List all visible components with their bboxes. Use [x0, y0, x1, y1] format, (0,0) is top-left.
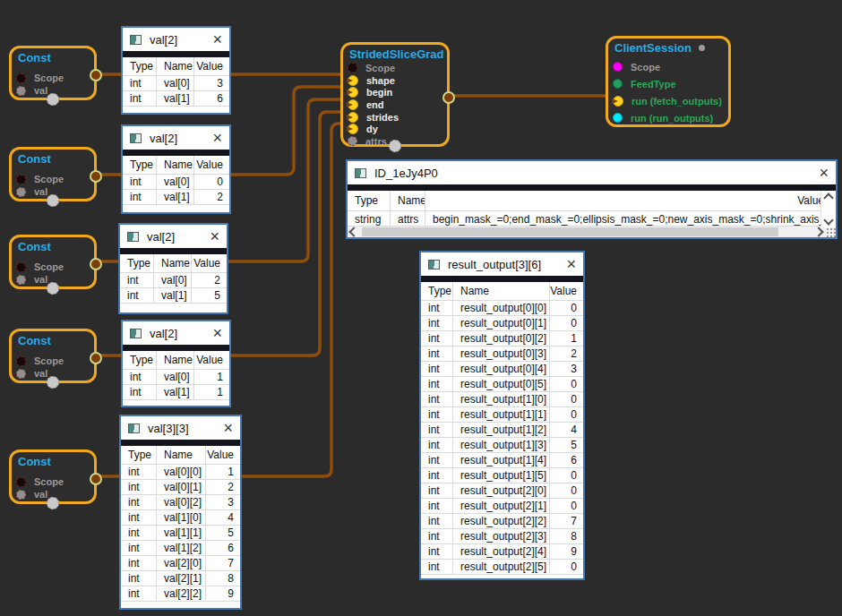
node-const-1[interactable]: Const Scopeval [9, 46, 97, 100]
panel-title: result_output[3][6] [448, 258, 541, 271]
col-value: Value [194, 57, 229, 76]
node-const-2[interactable]: Const Scopeval [9, 147, 97, 201]
close-icon[interactable]: × [566, 256, 576, 272]
port-icon[interactable] [16, 262, 26, 272]
panel-titlebar[interactable]: val[2] × [123, 126, 229, 150]
node-const-5[interactable]: Const Scopeval [9, 449, 97, 504]
port-icon[interactable] [613, 113, 623, 123]
table-row: int result_output[0][3] 2 [421, 346, 583, 362]
port-row[interactable]: Scope [12, 173, 94, 185]
port-icon[interactable] [613, 62, 623, 72]
scroll-down-icon[interactable] [823, 215, 833, 225]
bottom-port[interactable] [47, 282, 59, 295]
scroll-right-button[interactable] [812, 227, 825, 237]
cell-name: result_output[1][5] [453, 468, 550, 483]
panel-titlebar[interactable]: val[2] × [123, 28, 229, 51]
output-port[interactable] [90, 473, 102, 485]
close-icon[interactable]: × [212, 130, 222, 146]
cell-name: val[1][0] [157, 510, 206, 526]
port-icon[interactable] [16, 356, 26, 366]
horizontal-scrollbar[interactable] [348, 226, 836, 237]
port-icon[interactable] [613, 79, 623, 89]
col-name: Name [157, 57, 194, 76]
bottom-port[interactable] [47, 194, 59, 207]
cell-value: 5 [206, 526, 240, 541]
output-port[interactable] [442, 91, 455, 104]
node-stridedslicegrad[interactable]: StridedSliceGrad Scopeshapebeginendstrid… [340, 42, 450, 147]
cell-type: int [421, 407, 453, 423]
panel-titlebar[interactable]: val[3][3] × [121, 416, 240, 440]
port-icon[interactable] [16, 490, 26, 500]
port-icon[interactable] [348, 124, 358, 134]
port-icon[interactable] [16, 86, 26, 96]
output-port[interactable] [90, 352, 102, 364]
bottom-port[interactable] [47, 497, 59, 509]
panel-titlebar[interactable]: result_output[3][6] × [421, 252, 583, 276]
port-icon[interactable] [613, 96, 623, 107]
title-separator [348, 184, 836, 191]
close-icon[interactable]: × [212, 325, 222, 341]
port-icon[interactable] [348, 112, 358, 123]
close-icon[interactable]: × [210, 228, 219, 244]
panel-title: val[2] [150, 327, 177, 340]
scrollbar-track[interactable] [360, 227, 812, 237]
bottom-port[interactable] [389, 140, 401, 152]
scrollbar-thumb[interactable] [362, 227, 778, 236]
port-icon[interactable] [16, 275, 26, 285]
panel-titlebar[interactable]: val[2] × [123, 321, 229, 345]
port-row[interactable]: Scope [12, 475, 94, 488]
port-row[interactable]: end [343, 98, 447, 111]
port-icon[interactable] [348, 87, 358, 98]
panel-titlebar[interactable]: ID_1eJy4P0 × [348, 161, 836, 184]
table-row: int val[1][1] 5 [121, 526, 240, 541]
cell-type: int [121, 571, 157, 586]
cell-name: val[1] [154, 288, 192, 304]
port-row[interactable]: strides [343, 111, 447, 124]
table-row: int result_output[1][5] 0 [421, 468, 583, 483]
cell-value: 7 [550, 514, 583, 529]
port-icon[interactable] [16, 73, 26, 83]
node-graph-canvas[interactable]: Const Scopeval Const Scopeval Const Scop… [0, 0, 842, 616]
port-row[interactable]: FeedType [608, 75, 728, 92]
port-icon[interactable] [16, 369, 26, 379]
port-row[interactable]: Scope [12, 261, 94, 273]
bottom-port[interactable] [47, 93, 59, 106]
output-port[interactable] [90, 69, 102, 81]
port-row[interactable]: run (run_outputs) [608, 109, 728, 126]
scroll-left-button[interactable] [348, 227, 360, 237]
port-icon[interactable] [16, 477, 26, 487]
close-icon[interactable]: × [223, 420, 233, 436]
port-icon[interactable] [348, 99, 358, 110]
port-icon[interactable] [348, 63, 357, 73]
port-row[interactable]: Scope [12, 72, 94, 84]
port-icon[interactable] [348, 136, 357, 146]
table-row: int val[1] 2 [123, 190, 229, 205]
vertical-scroll-arrows[interactable] [821, 191, 836, 227]
port-row[interactable]: Scope [343, 62, 447, 74]
panel-val2-4: val[2] × Type Name Value int val[0] 1 in… [121, 320, 231, 407]
port-row[interactable]: run (fetch_outputs) [608, 92, 728, 109]
resize-grip-icon[interactable] [825, 227, 836, 237]
output-port[interactable] [90, 258, 102, 270]
node-const-4[interactable]: Const Scopeval [9, 329, 97, 383]
port-row[interactable]: Scope [608, 58, 728, 75]
port-label: FeedType [631, 79, 676, 90]
port-icon[interactable] [16, 187, 26, 197]
port-row[interactable]: Scope [12, 355, 94, 367]
node-const-3[interactable]: Const Scopeval [9, 235, 97, 289]
table-row: int val[1] 5 [120, 288, 227, 304]
port-row[interactable]: begin [343, 86, 447, 98]
output-port[interactable] [90, 170, 102, 183]
port-icon[interactable] [16, 175, 26, 184]
port-row[interactable]: dy [343, 123, 447, 135]
panel-titlebar[interactable]: val[2] × [120, 225, 227, 248]
node-clientsession[interactable]: ClientSession ScopeFeedTyperun (fetch_ou… [606, 36, 731, 127]
bottom-port[interactable] [47, 376, 59, 389]
close-icon[interactable]: × [819, 165, 829, 181]
close-icon[interactable]: × [212, 31, 222, 47]
port-icon[interactable] [348, 75, 358, 86]
scroll-up-icon[interactable] [823, 192, 833, 202]
collapse-dot-icon[interactable] [699, 45, 705, 51]
port-row[interactable]: shape [343, 74, 447, 87]
col-name: Name [157, 156, 194, 175]
